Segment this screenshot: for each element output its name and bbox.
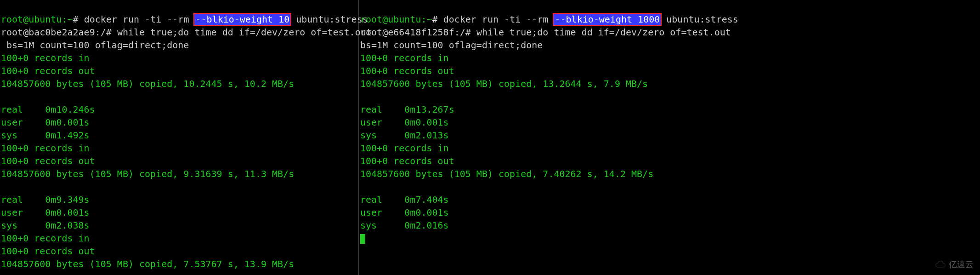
inner-prompt: root@bac0be2a2ae9:/#: [1, 27, 117, 38]
records-out: 100+0 records out: [1, 246, 95, 257]
copied-line: 104857600 bytes (105 MB) copied, 7.40262…: [360, 168, 653, 179]
prompt-host: root@ubuntu: [1, 14, 62, 25]
records-out: 100+0 records out: [360, 65, 454, 76]
records-out: 100+0 records out: [1, 65, 95, 76]
time-sys: sys 0m1.492s: [1, 130, 90, 141]
records-in: 100+0 records in: [1, 233, 90, 244]
terminal-split: root@ubuntu:~# docker run -ti --rm --blk…: [0, 0, 980, 275]
time-user: user 0m0.001s: [360, 207, 449, 218]
copied-line: 104857600 bytes (105 MB) copied, 7.53767…: [1, 258, 294, 269]
blkio-flag-highlight: --blkio-weight 1000: [554, 14, 661, 25]
records-in: 100+0 records in: [360, 143, 449, 154]
cursor: [360, 234, 365, 244]
prompt-host: root@ubuntu: [360, 14, 421, 25]
time-real: real 0m9.349s: [1, 194, 90, 205]
blkio-flag-highlight: --blkio-weight 10: [194, 14, 290, 25]
prompt-path: ~: [68, 14, 73, 25]
time-user: user 0m0.001s: [1, 207, 90, 218]
docker-cmd-post: ubuntu:stress: [661, 14, 738, 25]
time-real: real 0m7.404s: [360, 194, 449, 205]
docker-cmd-pre: docker run -ti --rm: [443, 14, 554, 25]
time-real: real 0m10.246s: [1, 104, 95, 115]
terminal-left[interactable]: root@ubuntu:~# docker run -ti --rm --blk…: [0, 0, 359, 275]
time-sys: sys 0m2.038s: [1, 220, 90, 231]
time-user: user 0m0.001s: [360, 117, 449, 128]
records-in: 100+0 records in: [1, 52, 90, 63]
terminal-right[interactable]: root@ubuntu:~# docker run -ti --rm --blk…: [359, 0, 980, 275]
prompt-path: ~: [427, 14, 432, 25]
copied-line: 104857600 bytes (105 MB) copied, 9.31639…: [1, 168, 294, 179]
records-in: 100+0 records in: [1, 143, 90, 154]
inner-prompt: root@e66418f1258f:/#: [360, 27, 476, 38]
docker-cmd-post: ubuntu:stress: [290, 14, 368, 25]
time-sys: sys 0m2.013s: [360, 130, 449, 141]
records-out: 100+0 records out: [360, 155, 454, 166]
time-sys: sys 0m2.016s: [360, 220, 449, 231]
records-out: 100+0 records out: [1, 155, 95, 166]
records-in: 100+0 records in: [360, 52, 449, 63]
copied-line: 104857600 bytes (105 MB) copied, 13.2644…: [360, 78, 648, 89]
time-user: user 0m0.001s: [1, 117, 90, 128]
time-real: real 0m13.267s: [360, 104, 454, 115]
copied-line: 104857600 bytes (105 MB) copied, 10.2445…: [1, 78, 294, 89]
docker-cmd-pre: docker run -ti --rm: [84, 14, 195, 25]
